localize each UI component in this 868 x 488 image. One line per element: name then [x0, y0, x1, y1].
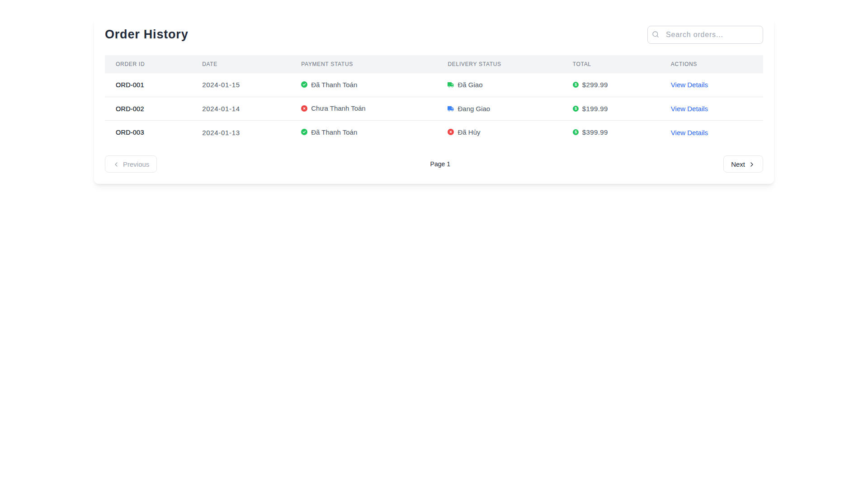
svg-text:$: $	[575, 106, 577, 111]
svg-text:$: $	[575, 130, 577, 135]
svg-text:$: $	[575, 82, 577, 87]
